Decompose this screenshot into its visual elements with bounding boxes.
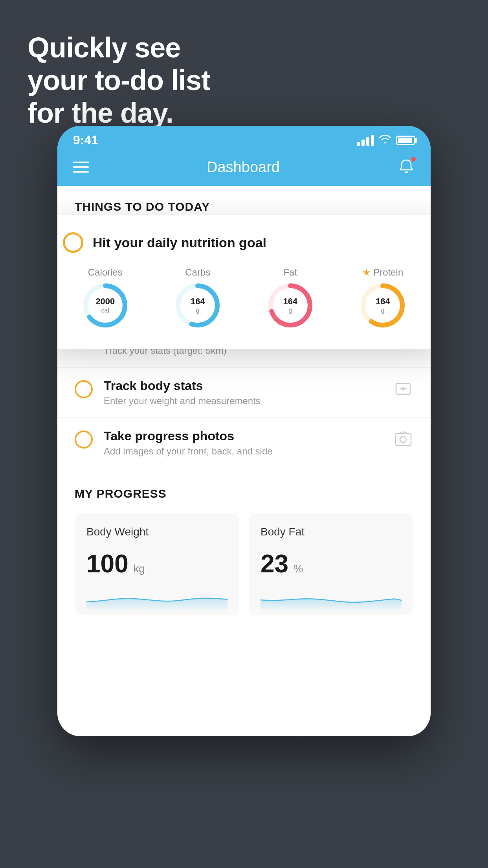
metric-calories: Calories 2000cal — [82, 267, 129, 329]
protein-donut: 164g — [359, 282, 406, 329]
protein-value: 164g — [376, 296, 390, 314]
protein-star-icon: ★ — [362, 267, 371, 278]
phone-screen: 9:41 — [57, 126, 431, 736]
body-fat-value: 23 — [261, 550, 288, 578]
body-weight-card: Body Weight 100 kg — [75, 513, 239, 615]
fat-label: Fat — [283, 267, 297, 278]
svg-rect-10 — [395, 434, 411, 445]
metric-carbs: Carbs 164g — [174, 267, 221, 329]
calories-value: 2000cal — [95, 296, 115, 314]
todo-item-photos[interactable]: Take progress photos Add images of your … — [57, 418, 431, 468]
body-fat-unit: % — [294, 563, 303, 575]
body-weight-unit: kg — [133, 563, 145, 575]
status-icons — [357, 133, 415, 147]
body-weight-title: Body Weight — [86, 526, 227, 538]
body-fat-value-row: 23 % — [261, 549, 402, 578]
body-stats-text: Track body stats Enter your weight and m… — [104, 379, 382, 406]
progress-cards: Body Weight 100 kg — [75, 513, 413, 615]
body-fat-card: Body Fat 23 % — [249, 513, 413, 615]
metric-protein: ★ Protein 164g — [359, 267, 406, 329]
hero-title: Quickly see your to-do list for the day. — [28, 31, 210, 129]
menu-button[interactable] — [73, 162, 89, 173]
body-stats-subtitle: Enter your weight and measurements — [104, 395, 382, 406]
wifi-icon — [379, 133, 391, 147]
calories-label: Calories — [88, 267, 123, 278]
metric-fat: Fat 164g — [267, 267, 314, 329]
body-fat-chart — [261, 586, 402, 610]
notification-dot — [410, 156, 416, 162]
fat-value: 164g — [283, 296, 297, 314]
body-weight-value: 100 — [86, 550, 128, 578]
photos-text: Take progress photos Add images of your … — [104, 429, 382, 457]
battery-icon — [396, 136, 415, 145]
protein-label: ★ Protein — [362, 267, 403, 278]
photos-title: Take progress photos — [104, 429, 382, 443]
nutrition-check-circle[interactable] — [63, 232, 83, 253]
fat-donut: 164g — [267, 282, 314, 329]
todo-item-body-stats[interactable]: Track body stats Enter your weight and m… — [57, 368, 431, 418]
body-stats-check-circle[interactable] — [75, 380, 93, 398]
progress-heading: MY PROGRESS — [75, 487, 413, 500]
body-stats-title: Track body stats — [104, 379, 382, 393]
body-fat-title: Body Fat — [261, 526, 402, 538]
nav-bar: Dashboard — [57, 151, 431, 186]
nutrition-card: Hit your daily nutrition goal Calories — [57, 215, 431, 349]
nutrition-card-title: Hit your daily nutrition goal — [93, 235, 266, 250]
nutrition-metrics: Calories 2000cal — [63, 267, 425, 329]
signal-icon — [357, 135, 374, 146]
body-weight-chart — [86, 586, 227, 610]
carbs-label: Carbs — [185, 267, 210, 278]
scale-icon — [393, 379, 413, 399]
svg-point-11 — [400, 436, 406, 443]
phone-container: 9:41 — [57, 126, 431, 736]
carbs-value: 164g — [191, 296, 205, 314]
notification-bell[interactable] — [398, 158, 415, 177]
todo-wrapper: Hit your daily nutrition goal Calories — [57, 223, 431, 468]
body-weight-value-row: 100 kg — [86, 549, 227, 578]
status-time: 9:41 — [73, 133, 98, 147]
nutrition-card-header: Hit your daily nutrition goal — [63, 232, 425, 253]
photos-subtitle: Add images of your front, back, and side — [104, 446, 382, 457]
photo-icon — [393, 429, 413, 449]
progress-section: MY PROGRESS Body Weight 100 kg — [57, 468, 431, 615]
photos-check-circle[interactable] — [75, 430, 93, 449]
nav-title: Dashboard — [207, 159, 280, 176]
status-bar: 9:41 — [57, 126, 431, 151]
calories-donut: 2000cal — [82, 282, 129, 329]
carbs-donut: 164g — [174, 282, 221, 329]
phone-content: THINGS TO DO TODAY Hit your daily nutrit… — [57, 186, 431, 736]
